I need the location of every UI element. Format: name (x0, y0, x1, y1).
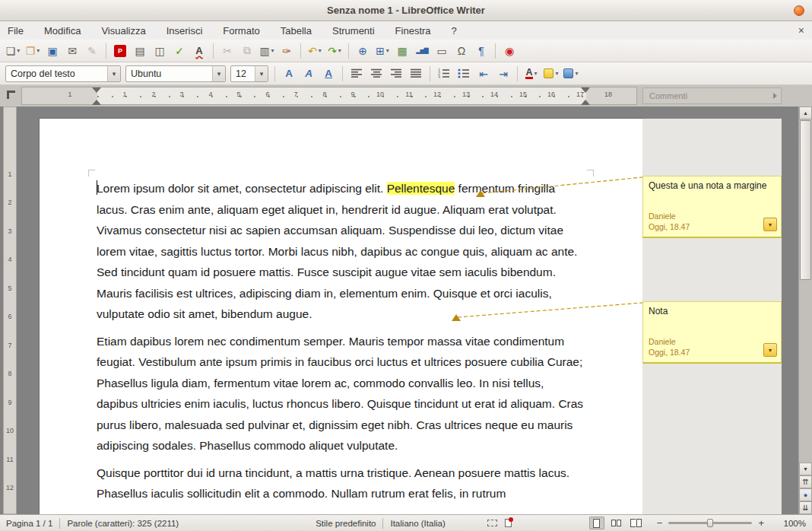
paragraph-style-combo[interactable]: Corpo del testo (5, 65, 121, 82)
comment-1-menu-button[interactable]: ▼ (763, 218, 777, 231)
edit-file-button[interactable]: ✎ (83, 42, 101, 60)
justify-button[interactable] (407, 65, 425, 83)
comments-header[interactable]: Commenti (642, 87, 782, 104)
menu-tabella[interactable]: Tabella (281, 25, 312, 37)
right-indent-marker-top[interactable] (581, 87, 590, 93)
first-line-indent-marker[interactable] (92, 87, 101, 93)
word-count-status[interactable]: Parole (caratteri): 325 (2211) (67, 519, 179, 528)
menu-help[interactable]: ? (452, 25, 457, 37)
gallery-button[interactable]: ◉ (500, 42, 519, 60)
zoom-slider[interactable] (668, 522, 752, 524)
close-document-icon[interactable]: × (798, 24, 804, 37)
comment-anchor-highlight[interactable]: Pellentesque (387, 182, 455, 195)
tab-stop-selector-icon[interactable] (7, 91, 15, 99)
zoom-slider-thumb[interactable] (707, 519, 713, 527)
align-center-button[interactable] (367, 65, 385, 83)
redo-button[interactable]: ↷ (325, 42, 344, 60)
background-color-button[interactable] (562, 65, 580, 83)
special-character-button[interactable]: Ω (452, 42, 471, 60)
arrow-up-icon: ▲ (803, 110, 808, 116)
open-button[interactable]: ❐ (24, 42, 42, 60)
new-document-button[interactable]: ❏ (4, 42, 22, 60)
save-button[interactable]: ▣ (43, 42, 62, 60)
numbered-list-icon: 123 (438, 68, 450, 78)
paste-button[interactable]: ▥ (258, 42, 276, 60)
paragraph-3[interactable]: Quisque porttitor dui id urna tincidunt,… (97, 463, 585, 504)
italic-button[interactable]: A (300, 65, 318, 83)
cut-button[interactable]: ✂ (218, 42, 236, 60)
decrease-indent-button[interactable]: ⇤ (474, 65, 493, 83)
insert-table-button[interactable]: ⊞ (373, 42, 392, 60)
menu-modifica[interactable]: Modifica (44, 25, 81, 37)
scroll-down-button[interactable]: ▼ (799, 463, 812, 475)
scroll-up-button[interactable]: ▲ (799, 107, 812, 119)
menu-formato[interactable]: Formato (223, 25, 259, 37)
align-left-button[interactable] (347, 65, 366, 83)
paragraph-style-dropdown-arrow[interactable] (107, 66, 120, 81)
menu-inserisci[interactable]: Inserisci (167, 25, 203, 37)
document-text[interactable]: Lorem ipsum dolor sit amet, consectetur … (97, 178, 585, 510)
document-modified-icon[interactable] (505, 519, 512, 527)
left-indent-marker[interactable] (92, 100, 101, 105)
bold-button[interactable]: A (280, 65, 298, 83)
single-page-view-button[interactable] (589, 517, 604, 529)
align-right-button[interactable] (387, 65, 405, 83)
undo-button[interactable]: ↶ (306, 42, 324, 60)
auto-spellcheck-button[interactable]: A (190, 42, 208, 60)
book-view-button[interactable] (629, 517, 644, 529)
multi-page-view-button[interactable] (609, 517, 624, 529)
insert-text-box-button[interactable]: ▭ (433, 42, 451, 60)
previous-page-button[interactable]: ⇈ (799, 475, 812, 488)
formatting-marks-button[interactable]: ¶ (472, 42, 490, 60)
font-color-button[interactable]: A (522, 65, 541, 83)
page-number-status[interactable]: Pagina 1 / 1 (6, 519, 52, 528)
navigation-button[interactable]: ● (799, 488, 812, 501)
increase-indent-button[interactable]: ⇥ (494, 65, 512, 83)
document-page[interactable]: Lorem ipsum dolor sit amet, consectetur … (40, 119, 642, 514)
menu-visualizza[interactable]: Visualizza (101, 25, 145, 37)
bullet-list-button[interactable] (455, 65, 473, 83)
comment-1[interactable]: Questa è una nota a margine Daniele Oggi… (642, 176, 782, 238)
numbered-list-button[interactable]: 123 (435, 65, 453, 83)
selection-mode-icon[interactable] (487, 520, 497, 526)
copy-button[interactable]: ⧉ (238, 42, 256, 60)
font-size-dropdown-arrow[interactable] (255, 66, 268, 81)
email-document-button[interactable]: ✉ (63, 42, 81, 60)
insert-image-button[interactable]: ▦ (393, 42, 411, 60)
menu-file[interactable]: File (8, 25, 24, 37)
comment-1-text[interactable]: Questa è una nota a margine (643, 176, 781, 192)
menu-strumenti[interactable]: Strumenti (332, 25, 375, 37)
paragraph-1[interactable]: Lorem ipsum dolor sit amet, consectetur … (97, 178, 585, 325)
comment-2[interactable]: Nota Daniele Oggi, 18.47 ▼ (642, 301, 782, 364)
hyperlink-button[interactable]: ⊕ (354, 42, 372, 60)
highlighting-color-button[interactable] (542, 65, 560, 83)
zoom-level[interactable]: 100% (772, 519, 806, 528)
print-preview-button[interactable]: ◫ (151, 42, 169, 60)
language-status[interactable]: Italiano (Italia) (390, 519, 445, 528)
underline-button[interactable]: A (319, 65, 338, 83)
comment-2-text[interactable]: Nota (643, 302, 781, 317)
page-style-status[interactable]: Stile predefinito (316, 519, 376, 528)
undo-icon: ↶ (308, 45, 317, 57)
font-size-combo[interactable]: 12 (230, 65, 268, 82)
right-indent-marker[interactable] (581, 100, 590, 105)
zoom-in-button[interactable]: + (756, 517, 766, 529)
next-page-button[interactable]: ⇊ (799, 501, 812, 514)
clone-formatting-button[interactable]: ✑ (278, 42, 296, 60)
print-button[interactable]: ▤ (131, 42, 149, 60)
menu-finestra[interactable]: Finestra (395, 25, 431, 37)
vertical-scrollbar[interactable]: ▲ ▼ ⇈ ● ⇊ (798, 107, 812, 514)
export-pdf-button[interactable]: P (111, 42, 129, 60)
comments-collapse-icon[interactable] (773, 93, 777, 99)
scrollbar-thumb[interactable] (800, 120, 811, 280)
paragraph-2[interactable]: Etiam dapibus lorem nec condimentum semp… (97, 331, 585, 456)
insert-chart-button[interactable]: ▂▅▇ (413, 42, 431, 60)
comment-2-menu-button[interactable]: ▼ (763, 343, 777, 357)
spellcheck-icon: ✓ (175, 45, 184, 57)
zoom-out-button[interactable]: − (655, 517, 665, 529)
font-name-combo[interactable]: Ubuntu (125, 65, 226, 82)
window-control-button[interactable] (794, 5, 804, 16)
redo-icon: ↷ (328, 45, 337, 57)
spelling-button[interactable]: ✓ (170, 42, 189, 60)
font-name-dropdown-arrow[interactable] (212, 66, 225, 81)
